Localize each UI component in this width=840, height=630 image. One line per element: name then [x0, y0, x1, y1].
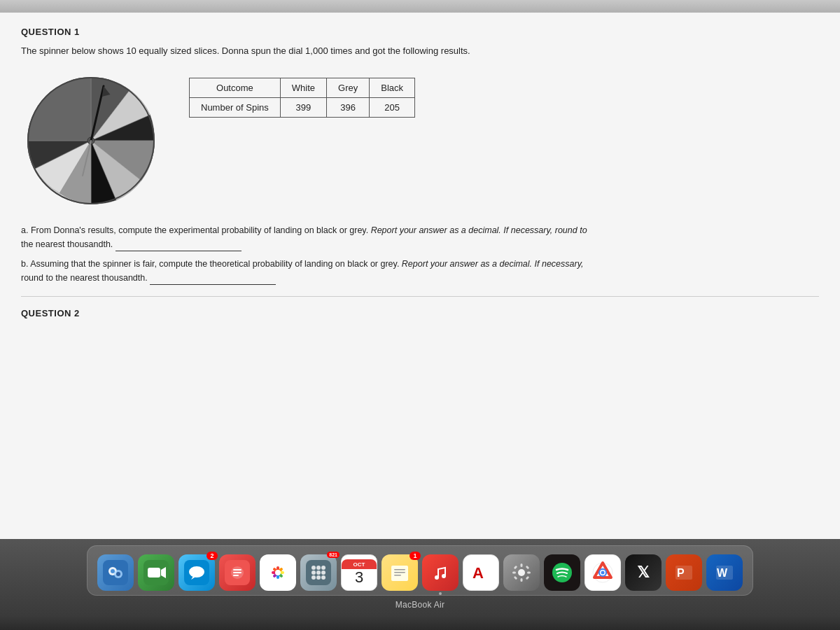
svg-point-9 — [111, 569, 115, 573]
dock-photos[interactable] — [260, 554, 296, 591]
macbook-air-label: MacBook Air — [396, 600, 445, 610]
dock-settings[interactable] — [503, 554, 540, 591]
facetime-icon — [144, 560, 169, 585]
svg-rect-54 — [514, 566, 518, 570]
svg-point-63 — [601, 571, 605, 575]
part-a-line2: the nearest thousandth. — [21, 239, 113, 249]
cal-day: 3 — [355, 569, 363, 586]
svg-rect-21 — [233, 575, 239, 576]
dock-facetime[interactable] — [138, 554, 174, 591]
dock-x[interactable]: 𝕏 — [625, 554, 662, 591]
col-grey: Grey — [327, 78, 370, 97]
question1-description: The spinner below shows 10 equally sized… — [21, 44, 819, 58]
svg-point-34 — [316, 566, 321, 570]
svg-point-41 — [321, 575, 326, 580]
value-white: 399 — [280, 97, 326, 117]
data-table: Outcome White Grey Black Number of Spins… — [189, 78, 415, 118]
spinner-container — [21, 71, 161, 211]
svg-rect-43 — [394, 569, 405, 570]
dock-calendar[interactable]: OCT 3 — [341, 554, 377, 591]
value-black: 205 — [370, 97, 415, 117]
svg-point-38 — [321, 570, 326, 575]
answer-line-b[interactable] — [150, 275, 276, 285]
question1-label: QUESTION 1 — [21, 27, 819, 37]
music-icon — [430, 562, 451, 583]
dock-spotify[interactable] — [544, 554, 580, 591]
svg-rect-12 — [148, 568, 160, 578]
x-label: 𝕏 — [637, 564, 650, 582]
svg-rect-50 — [521, 564, 523, 567]
table-wrapper: Outcome White Grey Black Number of Spins… — [189, 78, 415, 118]
chrome-icon — [591, 561, 615, 584]
music-dot — [439, 592, 442, 595]
answer-line-a[interactable] — [115, 241, 241, 251]
svg-point-36 — [312, 570, 316, 575]
svg-rect-44 — [394, 572, 405, 573]
col-black: Black — [370, 78, 415, 97]
launchpad-icon — [306, 560, 331, 585]
svg-point-10 — [116, 572, 120, 576]
dock-notes[interactable]: 1 — [382, 554, 418, 591]
svg-point-49 — [518, 569, 525, 576]
part-b-line2: round to the nearest thousandth. — [21, 273, 148, 283]
col-outcome: Outcome — [190, 78, 281, 97]
svg-rect-53 — [527, 572, 531, 574]
svg-rect-51 — [521, 578, 523, 582]
part-a-italic: Report your answer as a decimal. If nece… — [371, 225, 587, 235]
reminders-icon — [225, 560, 250, 585]
dock-chrome[interactable] — [584, 554, 621, 591]
table-row: Number of Spins 399 396 205 — [190, 97, 415, 117]
dock-launchpad[interactable]: 821 — [300, 554, 337, 591]
sub-questions: a. From Donna's results, compute the exp… — [21, 223, 819, 285]
messages-badge: 2 — [206, 552, 218, 560]
svg-point-35 — [321, 566, 326, 570]
svg-text:A: A — [472, 564, 484, 582]
part-b-text: b. Assuming that the spinner is fair, co… — [21, 259, 399, 269]
dock-messages[interactable]: 2 — [178, 554, 215, 591]
svg-rect-42 — [391, 566, 408, 581]
powerpoint-icon: P — [673, 561, 695, 584]
question2-label: QUESTION 2 — [21, 308, 819, 318]
row-label: Number of Spins — [190, 97, 281, 117]
question1-body: Outcome White Grey Black Number of Spins… — [21, 71, 819, 211]
dock-word[interactable]: W — [706, 554, 743, 591]
part-a: a. From Donna's results, compute the exp… — [21, 223, 819, 251]
svg-rect-20 — [233, 572, 241, 573]
svg-point-33 — [312, 566, 316, 570]
svg-point-40 — [316, 575, 321, 580]
svg-rect-57 — [526, 576, 530, 580]
part-b-italic: Report your answer as a decimal. If nece… — [402, 259, 584, 269]
question-divider — [21, 296, 819, 297]
messages-icon — [184, 560, 209, 585]
svg-point-37 — [316, 570, 321, 575]
dock-font[interactable]: A — [463, 554, 499, 591]
dock: 2 — [87, 545, 753, 596]
svg-rect-19 — [233, 569, 241, 570]
spotify-icon — [551, 561, 573, 584]
svg-point-31 — [275, 570, 281, 575]
dock-powerpoint[interactable]: P — [666, 554, 702, 591]
word-icon: W — [713, 561, 736, 584]
notes-icon — [389, 562, 410, 583]
finder-icon — [103, 560, 128, 585]
svg-rect-52 — [512, 572, 516, 574]
svg-text:W: W — [717, 567, 728, 579]
question1-container: QUESTION 1 The spinner below shows 10 eq… — [0, 13, 840, 539]
svg-point-47 — [442, 574, 446, 578]
settings-icon — [510, 561, 533, 584]
dock-reminders[interactable] — [219, 554, 255, 591]
photos-icon — [265, 560, 290, 585]
dock-finder[interactable] — [97, 554, 134, 591]
svg-text:P: P — [677, 567, 685, 579]
screen-bezel-top — [0, 0, 840, 13]
spinner-svg — [21, 71, 161, 211]
svg-point-46 — [435, 575, 439, 580]
part-b: b. Assuming that the spinner is fair, co… — [21, 257, 819, 285]
screen-content: QUESTION 1 The spinner below shows 10 eq… — [0, 13, 840, 616]
font-icon: A — [469, 561, 493, 584]
svg-rect-45 — [394, 575, 401, 576]
dock-music[interactable] — [422, 554, 458, 591]
finder-badge821: 821 — [327, 552, 340, 558]
col-white: White — [280, 78, 326, 97]
cal-month: OCT — [354, 561, 365, 568]
